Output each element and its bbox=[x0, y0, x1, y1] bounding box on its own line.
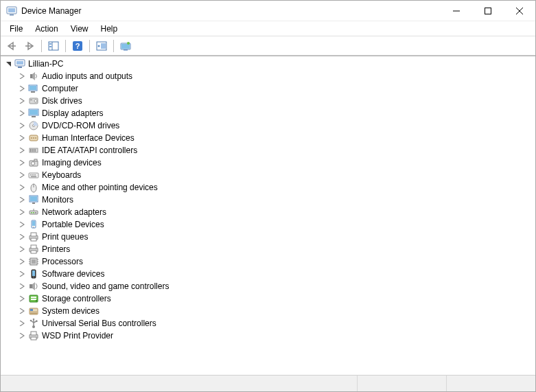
window-buttons bbox=[441, 1, 535, 21]
svg-rect-33 bbox=[30, 110, 38, 115]
close-button[interactable] bbox=[504, 1, 535, 21]
tree-category[interactable]: IDE ATA/ATAPI controllers bbox=[1, 144, 535, 157]
tree-category[interactable]: Software devices bbox=[1, 268, 535, 280]
chevron-right-icon[interactable] bbox=[17, 158, 27, 168]
chevron-right-icon[interactable] bbox=[17, 319, 27, 328]
toolbar-separator bbox=[113, 40, 114, 52]
svg-rect-81 bbox=[32, 270, 35, 276]
device-tree[interactable]: Lillian-PC Audio inputs and outputsCompu… bbox=[1, 56, 535, 375]
chevron-right-icon[interactable] bbox=[17, 281, 27, 291]
scan-hardware-button[interactable] bbox=[93, 38, 110, 54]
svg-point-95 bbox=[30, 320, 32, 322]
status-cell bbox=[446, 376, 535, 391]
tree-category[interactable]: Audio inputs and outputs bbox=[1, 70, 535, 82]
chevron-right-icon[interactable] bbox=[17, 121, 27, 130]
svg-point-65 bbox=[33, 227, 34, 228]
chevron-right-icon[interactable] bbox=[17, 170, 27, 180]
chevron-right-icon[interactable] bbox=[17, 269, 27, 279]
chevron-right-icon[interactable] bbox=[17, 220, 27, 229]
svg-point-87 bbox=[36, 300, 37, 301]
tree-category[interactable]: Printers bbox=[1, 243, 535, 255]
chevron-right-icon[interactable] bbox=[17, 257, 27, 266]
tree-category[interactable]: Storage controllers bbox=[1, 292, 535, 305]
tree-category[interactable]: System devices bbox=[1, 305, 535, 317]
minimize-button[interactable] bbox=[441, 1, 472, 21]
tree-category[interactable]: Print queues bbox=[1, 231, 535, 243]
svg-rect-59 bbox=[31, 212, 32, 214]
tree-category[interactable]: WSD Print Provider bbox=[1, 330, 535, 342]
speaker-icon bbox=[28, 71, 39, 82]
tree-category[interactable]: Sound, video and game controllers bbox=[1, 280, 535, 292]
chevron-right-icon[interactable] bbox=[17, 331, 27, 341]
network-icon bbox=[28, 207, 39, 218]
chevron-right-icon[interactable] bbox=[17, 146, 27, 155]
menu-action[interactable]: Action bbox=[29, 23, 64, 35]
sound-icon bbox=[28, 281, 39, 292]
tree-category[interactable]: Imaging devices bbox=[1, 157, 535, 169]
toolbar-separator bbox=[89, 40, 90, 52]
system-icon bbox=[28, 305, 39, 316]
svg-rect-68 bbox=[31, 238, 36, 241]
storage-icon bbox=[28, 293, 39, 304]
chevron-right-icon[interactable] bbox=[17, 183, 27, 192]
svg-rect-64 bbox=[32, 221, 35, 226]
svg-rect-73 bbox=[32, 260, 36, 264]
category-label: Sound, video and game controllers bbox=[42, 281, 169, 291]
menu-help[interactable]: Help bbox=[95, 23, 124, 35]
tree-category[interactable]: Network adapters bbox=[1, 206, 535, 218]
disk-icon bbox=[28, 95, 39, 106]
chevron-right-icon[interactable] bbox=[17, 232, 27, 242]
tree-category[interactable]: Keyboards bbox=[1, 169, 535, 181]
show-hide-tree-button[interactable] bbox=[45, 38, 62, 54]
tree-category[interactable]: Disk drives bbox=[1, 95, 535, 107]
tree-category[interactable]: Processors bbox=[1, 255, 535, 268]
chevron-right-icon[interactable] bbox=[17, 195, 27, 205]
tree-category[interactable]: Computer bbox=[1, 82, 535, 95]
tree-root[interactable]: Lillian-PC bbox=[1, 58, 535, 70]
svg-rect-50 bbox=[32, 174, 34, 176]
chevron-right-icon[interactable] bbox=[17, 207, 27, 217]
category-label: Disk drives bbox=[42, 96, 82, 106]
category-label: Computer bbox=[42, 84, 78, 93]
printer-icon bbox=[28, 330, 39, 341]
chevron-right-icon[interactable] bbox=[17, 84, 27, 93]
toolbar-separator bbox=[41, 40, 42, 52]
tree-category[interactable]: Mice and other pointing devices bbox=[1, 181, 535, 194]
category-label: IDE ATA/ATAPI controllers bbox=[42, 146, 137, 155]
chevron-right-icon[interactable] bbox=[17, 96, 27, 106]
chevron-right-icon[interactable] bbox=[17, 71, 27, 81]
svg-rect-25 bbox=[30, 74, 32, 78]
tree-category[interactable]: Display adapters bbox=[1, 107, 535, 119]
svg-rect-11 bbox=[49, 43, 51, 45]
menu-file[interactable]: File bbox=[3, 23, 29, 35]
forward-button[interactable] bbox=[21, 38, 38, 54]
root-label: Lillian-PC bbox=[28, 59, 63, 69]
back-button[interactable] bbox=[3, 38, 20, 54]
tree-category[interactable]: DVD/CD-ROM drives bbox=[1, 119, 535, 132]
tree-category[interactable]: Human Interface Devices bbox=[1, 132, 535, 144]
svg-rect-43 bbox=[32, 149, 34, 152]
maximize-button[interactable] bbox=[472, 1, 504, 21]
category-label: Software devices bbox=[42, 269, 104, 279]
svg-rect-27 bbox=[30, 86, 36, 90]
toolbar: ? bbox=[1, 36, 535, 56]
svg-rect-57 bbox=[32, 203, 35, 204]
svg-point-21 bbox=[127, 42, 130, 45]
category-label: WSD Print Provider bbox=[42, 331, 113, 341]
properties-button[interactable] bbox=[117, 38, 134, 54]
tree-category[interactable]: Monitors bbox=[1, 194, 535, 206]
chevron-down-icon[interactable] bbox=[3, 59, 13, 69]
chevron-right-icon[interactable] bbox=[17, 133, 27, 143]
svg-rect-34 bbox=[32, 116, 36, 117]
chevron-right-icon[interactable] bbox=[17, 108, 27, 118]
tree-category[interactable]: Universal Serial Bus controllers bbox=[1, 317, 535, 330]
chevron-right-icon[interactable] bbox=[17, 294, 27, 303]
ide-icon bbox=[28, 145, 39, 156]
tree-category[interactable]: Portable Devices bbox=[1, 218, 535, 231]
chevron-right-icon[interactable] bbox=[17, 244, 27, 254]
menu-view[interactable]: View bbox=[65, 23, 95, 35]
help-button[interactable]: ? bbox=[69, 38, 86, 54]
cd-icon bbox=[28, 120, 39, 131]
svg-rect-49 bbox=[30, 174, 32, 176]
chevron-right-icon[interactable] bbox=[17, 306, 27, 316]
